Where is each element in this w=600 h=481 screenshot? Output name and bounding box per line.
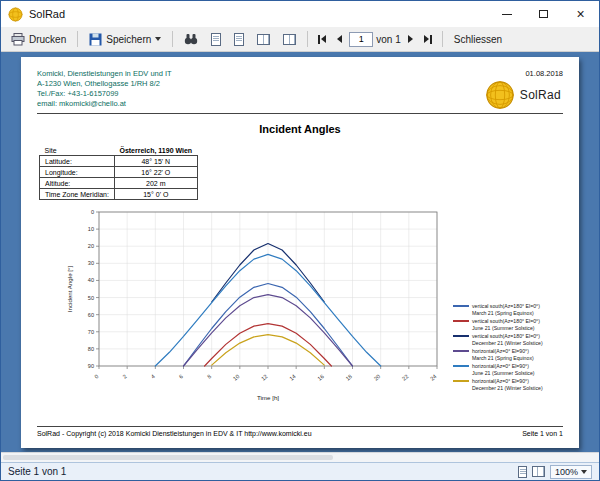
svg-text:22: 22: [401, 373, 410, 382]
minimize-button[interactable]: [488, 1, 525, 27]
minimize-icon: [502, 14, 512, 15]
app-sun-icon: [8, 7, 23, 22]
legend-spacer: [453, 312, 469, 314]
longitude-label: Longitude:: [40, 167, 115, 178]
close-button[interactable]: ×: [562, 1, 599, 27]
statusbar-page-text: Seite 1 von 1: [8, 466, 66, 477]
titlebar: SolRad ×: [1, 1, 599, 27]
print-button[interactable]: Drucken: [6, 30, 71, 49]
footer-divider: [37, 426, 563, 427]
maximize-button[interactable]: [525, 1, 562, 27]
legend-entry: horizontal(Az=0° El=90°)June 21 (Summer …: [453, 363, 563, 376]
svg-text:40: 40: [88, 277, 94, 283]
legend-color-mark: [453, 320, 469, 322]
toolbar-separator: [77, 31, 78, 47]
horizontal-scrollbar[interactable]: [1, 452, 599, 462]
window-title: SolRad: [29, 8, 65, 20]
legend-series-day: December 21 (Winter Solstice): [472, 385, 543, 392]
legend-entry: horizontal(Az=0° El=90°)March 21 (Spring…: [453, 348, 563, 361]
save-icon: [89, 33, 102, 46]
chart-legend: vertical south(Az=180° El=0°)March 21 (S…: [453, 303, 563, 403]
zoom-control[interactable]: 100%: [550, 465, 592, 479]
page-width-button[interactable]: [252, 31, 275, 48]
site-info-table: Site Österreich, 1190 Wien Latitude: 48°…: [39, 145, 198, 200]
close-preview-button[interactable]: Schliessen: [449, 31, 507, 48]
two-pages-button[interactable]: [278, 31, 301, 48]
arrow-right-icon: [408, 35, 413, 43]
page-setup-button[interactable]: [206, 30, 226, 49]
site-label: Site: [40, 145, 115, 156]
single-page-view-icon[interactable]: [518, 466, 527, 478]
svg-text:20: 20: [88, 243, 94, 249]
svg-text:20: 20: [373, 373, 382, 382]
svg-text:2: 2: [122, 373, 128, 380]
company-email: email: mkomicki@chello.at: [37, 99, 172, 109]
legend-series-day: March 21 (Spring Equinox): [472, 355, 534, 362]
svg-text:Incident Angle [°]: Incident Angle [°]: [66, 265, 73, 312]
close-preview-label: Schliessen: [454, 34, 502, 45]
svg-text:10: 10: [232, 373, 241, 382]
longitude-value: 16° 22' O: [114, 167, 197, 178]
maximize-icon: [539, 10, 548, 18]
svg-text:30: 30: [88, 260, 94, 266]
legend-series-day: June 21 (Summer Solstice): [472, 370, 535, 377]
svg-text:14: 14: [288, 373, 297, 382]
page-setup-icon: [211, 33, 221, 46]
scrollbar-thumb[interactable]: [3, 455, 333, 460]
report-title: Incident Angles: [37, 123, 563, 135]
svg-text:10: 10: [88, 226, 94, 232]
save-button[interactable]: Speichern: [84, 30, 166, 49]
legend-color-mark: [453, 350, 469, 352]
legend-series-day: December 21 (Winter Solstice): [472, 340, 543, 347]
multi-page-view-icon[interactable]: [532, 466, 545, 477]
incident-angle-chart: 0246810121416182022240102030405060708090…: [63, 205, 445, 403]
page-number-input[interactable]: [349, 32, 373, 47]
arrow-left-icon: [321, 35, 326, 43]
svg-text:8: 8: [206, 373, 212, 380]
legend-color-mark: [453, 380, 469, 382]
table-row: Altitude: 202 m: [40, 178, 198, 189]
svg-text:0: 0: [93, 373, 99, 380]
svg-text:90: 90: [88, 363, 94, 369]
toolbar-separator: [307, 31, 308, 47]
legend-spacer: [453, 357, 469, 359]
brand-name: SolRad: [520, 88, 561, 102]
app-window: SolRad × Drucken Speichern: [0, 0, 600, 481]
report-footer: SolRad - Copyright (c) 2018 Komicki Dien…: [37, 426, 563, 437]
header-divider: [37, 113, 563, 114]
latitude-value: 48° 15' N: [114, 156, 197, 167]
legend-color-mark: [453, 305, 469, 307]
company-street: A-1230 Wien, Othellogasse 1/RH 8/2: [37, 79, 172, 89]
previous-page-button[interactable]: [333, 32, 346, 46]
company-phone: Tel./Fax: +43-1-6157099: [37, 89, 172, 99]
company-name: Komicki, Dienstleistungen in EDV und IT: [37, 69, 172, 79]
legend-spacer: [453, 387, 469, 389]
save-dropdown-icon[interactable]: [155, 37, 161, 41]
last-page-icon: [430, 35, 432, 44]
svg-text:18: 18: [345, 373, 354, 382]
svg-text:12: 12: [260, 373, 269, 382]
latitude-label: Latitude:: [40, 156, 115, 167]
table-row: Time Zone Meridian: 15° 0' O: [40, 189, 198, 200]
toolbar: Drucken Speichern von 1 Schliessen: [1, 27, 599, 52]
solrad-sun-logo: [485, 80, 515, 110]
page-count-label: von 1: [376, 34, 400, 45]
first-page-button[interactable]: [314, 32, 330, 47]
printer-icon: [11, 33, 25, 46]
find-button[interactable]: [179, 30, 203, 48]
legend-color-mark: [453, 335, 469, 337]
svg-text:16: 16: [316, 373, 325, 382]
arrow-left-icon: [337, 35, 342, 43]
last-page-button[interactable]: [420, 32, 436, 47]
altitude-value: 202 m: [114, 178, 197, 189]
next-page-button[interactable]: [404, 32, 417, 46]
timezone-meridian-value: 15° 0' O: [114, 189, 197, 200]
legend-color-mark: [453, 365, 469, 367]
table-row: Longitude: 16° 22' O: [40, 167, 198, 178]
whole-page-button[interactable]: [229, 30, 249, 49]
statusbar: Seite 1 von 1 100%: [1, 462, 599, 480]
svg-text:24: 24: [429, 373, 438, 382]
legend-spacer: [453, 327, 469, 329]
save-button-label: Speichern: [106, 34, 151, 45]
two-pages-icon: [283, 34, 296, 45]
